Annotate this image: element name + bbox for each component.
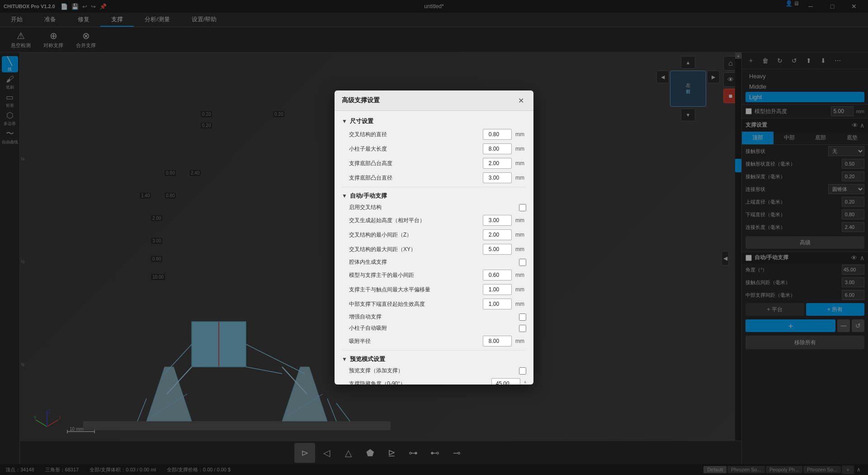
base-height-input[interactable]	[483, 158, 512, 169]
row-base-diameter: 支撑底部凸台直径 mm	[342, 171, 526, 185]
row-base-height: 支撑底部凸台高度 mm	[342, 156, 526, 171]
row-enable-cross: 启用交叉结构	[342, 202, 526, 213]
divider-2	[342, 350, 526, 351]
base-diameter-label: 支撑底部凸台直径	[349, 174, 479, 182]
row-cavity-support: 腔体内生成支撑	[342, 256, 526, 268]
row-cross-diameter: 交叉结构的直径 mm	[342, 127, 526, 142]
row-cross-max-xy: 交叉结构的最大间距（XY） mm	[342, 242, 526, 256]
max-length-label: 小柱子最大长度	[349, 145, 479, 153]
small-pillar-attach-label: 小柱子自动吸附	[349, 324, 515, 332]
model-min-dist-input[interactable]	[483, 270, 512, 280]
cross-min-z-input[interactable]	[483, 229, 512, 240]
dialog-overlay: 高级支撑设置 ✕ ▼ 尺寸设置 交叉结构的直径 mm 小柱子最大长度 mm 支撑…	[0, 0, 868, 475]
cross-diameter-label: 交叉结构的直径	[349, 131, 479, 138]
row-mid-support-height: 中部支撑下端直径起始生效高度 mm	[342, 297, 526, 311]
cross-start-height-input[interactable]	[483, 215, 512, 226]
hide-angle-unit: °	[524, 380, 526, 385]
row-attach-radius: 吸附半径 mm	[342, 334, 526, 348]
preview-toggle-icon: ▼	[342, 356, 347, 362]
model-min-dist-unit: mm	[515, 272, 526, 278]
cross-start-height-unit: mm	[515, 217, 526, 223]
dialog-header: 高级支撑设置 ✕	[335, 90, 533, 111]
row-cross-min-z: 交叉结构的最小间距（Z） mm	[342, 228, 526, 242]
base-height-label: 支撑底部凸台高度	[349, 160, 479, 167]
cavity-support-checkbox[interactable]	[519, 259, 526, 266]
cross-max-xy-unit: mm	[515, 246, 526, 252]
attach-radius-unit: mm	[515, 338, 526, 344]
auto-settings-title: 自动/手动支撑	[350, 192, 387, 200]
stem-offset-unit: mm	[515, 286, 526, 293]
dialog-body: ▼ 尺寸设置 交叉结构的直径 mm 小柱子最大长度 mm 支撑底部凸台高度 mm…	[335, 111, 533, 385]
auto-manual-settings-header[interactable]: ▼ 自动/手动支撑	[342, 189, 526, 202]
row-preview-support: 预览支撑（添加支撑）	[342, 365, 526, 376]
cross-min-z-label: 交叉结构的最小间距（Z）	[349, 231, 479, 239]
preview-support-checkbox[interactable]	[519, 367, 526, 375]
size-settings-header[interactable]: ▼ 尺寸设置	[342, 114, 526, 127]
divider-1	[342, 187, 526, 187]
enable-cross-label: 启用交叉结构	[349, 204, 515, 211]
mid-support-height-unit: mm	[515, 301, 526, 307]
stem-offset-label: 支撑主干与触点间最大水平偏移量	[349, 286, 479, 294]
row-max-length: 小柱子最大长度 mm	[342, 142, 526, 156]
enhanced-auto-checkbox[interactable]	[519, 314, 526, 321]
size-settings-title: 尺寸设置	[350, 117, 373, 125]
cross-diameter-unit: mm	[515, 131, 526, 138]
max-length-input[interactable]	[483, 143, 512, 154]
dialog-title: 高级支撑设置	[342, 96, 380, 104]
enhanced-auto-label: 增强自动支撑	[349, 313, 515, 321]
max-length-unit: mm	[515, 146, 526, 152]
cavity-support-label: 腔体内生成支撑	[349, 258, 515, 266]
attach-radius-input[interactable]	[483, 336, 512, 347]
row-enhanced-auto: 增强自动支撑	[342, 311, 526, 323]
cross-diameter-input[interactable]	[483, 129, 512, 140]
dialog-close-btn[interactable]: ✕	[515, 95, 526, 106]
row-small-pillar-attach: 小柱子自动吸附	[342, 323, 526, 334]
size-toggle-icon: ▼	[342, 118, 347, 124]
cross-max-xy-input[interactable]	[483, 244, 512, 255]
cross-start-height-label: 交叉生成起始高度（相对平台）	[349, 217, 479, 224]
hide-angle-label: 支撑隐藏角度（0-90°）	[349, 380, 488, 385]
small-pillar-attach-checkbox[interactable]	[519, 325, 526, 332]
mid-support-height-input[interactable]	[483, 299, 512, 309]
preview-support-label: 预览支撑（添加支撑）	[349, 367, 515, 375]
model-min-dist-label: 模型与支撑主干的最小间距	[349, 271, 479, 279]
preview-settings-title: 预览模式设置	[350, 355, 385, 363]
base-diameter-input[interactable]	[483, 172, 512, 183]
row-hide-angle: 支撑隐藏角度（0-90°） °	[342, 376, 526, 385]
advanced-support-dialog: 高级支撑设置 ✕ ▼ 尺寸设置 交叉结构的直径 mm 小柱子最大长度 mm 支撑…	[335, 90, 533, 385]
base-height-unit: mm	[515, 160, 526, 166]
mid-support-height-label: 中部支撑下端直径起始生效高度	[349, 300, 479, 308]
preview-settings-header[interactable]: ▼ 预览模式设置	[342, 352, 526, 365]
hide-angle-input[interactable]	[491, 378, 520, 385]
cross-max-xy-label: 交叉结构的最大间距（XY）	[349, 246, 479, 253]
attach-radius-label: 吸附半径	[349, 337, 479, 345]
row-model-min-dist: 模型与支撑主干的最小间距 mm	[342, 268, 526, 282]
cross-min-z-unit: mm	[515, 232, 526, 238]
row-cross-start-height: 交叉生成起始高度（相对平台） mm	[342, 213, 526, 228]
auto-toggle-icon: ▼	[342, 193, 347, 199]
stem-offset-input[interactable]	[483, 284, 512, 295]
enable-cross-checkbox[interactable]	[519, 204, 526, 211]
row-stem-offset: 支撑主干与触点间最大水平偏移量 mm	[342, 282, 526, 297]
base-diameter-unit: mm	[515, 175, 526, 181]
